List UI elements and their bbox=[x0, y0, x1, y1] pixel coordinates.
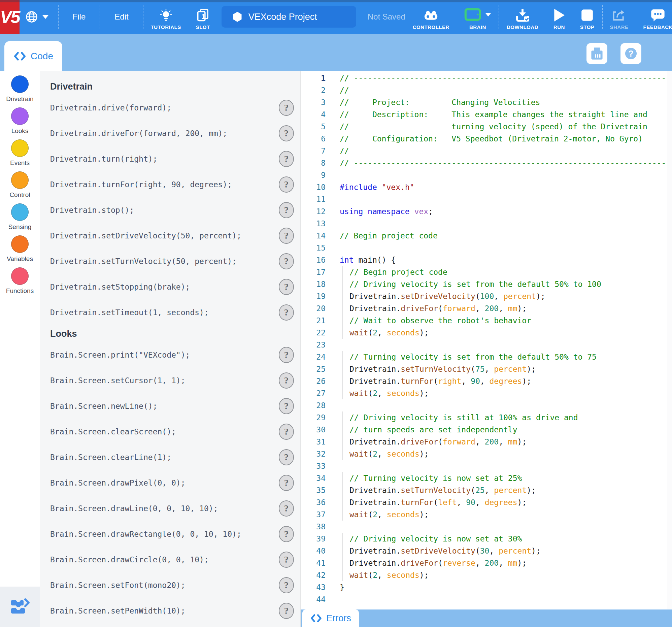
language-menu[interactable] bbox=[20, 0, 58, 34]
help-button[interactable]: ? bbox=[279, 100, 294, 116]
code-token: seconds bbox=[387, 450, 419, 458]
command-row[interactable]: Brain.Screen.print("VEXcode");? bbox=[40, 342, 300, 368]
help-button[interactable]: ? bbox=[279, 398, 294, 414]
brain-button[interactable]: BRAIN bbox=[457, 0, 499, 34]
sidebar-item-control[interactable]: Control bbox=[0, 171, 40, 199]
sidebar-item-events[interactable]: Events bbox=[0, 139, 40, 167]
events-category-icon bbox=[11, 139, 29, 157]
code-token: Drivetrain. bbox=[350, 547, 401, 555]
command-row[interactable]: Brain.Screen.setCursor(1, 1);? bbox=[40, 368, 300, 393]
help-button[interactable]: ? bbox=[279, 151, 294, 167]
command-row[interactable]: Drivetrain.driveFor(forward, 200, mm);? bbox=[40, 121, 300, 146]
command-row[interactable]: Brain.Screen.drawCircle(0, 0, 10);? bbox=[40, 547, 300, 573]
code-line: 42wait(2, seconds); bbox=[301, 569, 667, 581]
command-snippet: Drivetrain.turnFor(right, 90, degrees); bbox=[50, 180, 232, 189]
download-button[interactable]: DOWNLOAD bbox=[499, 0, 546, 34]
share-button[interactable]: SHARE bbox=[603, 0, 636, 34]
tutorials-button[interactable]: TUTORIALS bbox=[143, 0, 189, 34]
command-list-panel[interactable]: DrivetrainDrivetrain.drive(forward);?Dri… bbox=[40, 71, 301, 627]
help-button[interactable]: ? bbox=[279, 603, 294, 619]
command-row[interactable]: Brain.Screen.drawLine(0, 0, 10, 10);? bbox=[40, 496, 300, 521]
code-line-content: wait(2, seconds); bbox=[340, 327, 429, 339]
menu-edit[interactable]: Edit bbox=[100, 0, 142, 34]
code-token: ); bbox=[419, 571, 429, 580]
code-token: , bbox=[480, 377, 489, 386]
control-category-icon bbox=[11, 171, 29, 189]
command-snippet: Brain.Screen.setPenWidth(10); bbox=[50, 606, 186, 615]
code-line: 6// Configuration: V5 Speedbot (Drivetra… bbox=[301, 133, 667, 145]
help-button[interactable]: ? bbox=[279, 475, 294, 491]
code-token: setTurnVelocity bbox=[401, 486, 471, 495]
menu-file[interactable]: File bbox=[58, 0, 100, 34]
command-row[interactable]: Drivetrain.setStopping(brake);? bbox=[40, 274, 300, 300]
code-line: 36Drivetrain.turnFor(left, 90, degrees); bbox=[301, 496, 667, 508]
project-name: VEXcode Project bbox=[248, 12, 317, 22]
command-row[interactable]: Drivetrain.drive(forward);? bbox=[40, 95, 300, 121]
help-button[interactable]: ? bbox=[279, 526, 294, 542]
code-token: ); bbox=[518, 304, 527, 313]
command-row[interactable]: Brain.Screen.setPenWidth(10);? bbox=[40, 598, 300, 624]
sidebar-item-functions[interactable]: Functions bbox=[0, 267, 40, 295]
variables-category-icon bbox=[11, 235, 29, 253]
command-row[interactable]: Brain.Screen.setFont(mono20);? bbox=[40, 573, 300, 598]
stop-button[interactable]: STOP bbox=[573, 0, 602, 34]
project-name-button[interactable]: VEXcode Project bbox=[221, 6, 356, 28]
command-row[interactable]: Brain.Screen.newLine();? bbox=[40, 393, 300, 419]
command-row[interactable]: Drivetrain.setTurnVelocity(50, percent);… bbox=[40, 248, 300, 274]
code-token: // Configuration: V5 Speedbot (Drivetrai… bbox=[340, 135, 643, 143]
help-button[interactable]: ? bbox=[279, 202, 294, 218]
command-row[interactable]: Drivetrain.turn(right);? bbox=[40, 146, 300, 172]
code-token: 75 bbox=[475, 365, 485, 373]
help-button[interactable]: ? bbox=[279, 176, 294, 193]
line-number: 40 bbox=[301, 545, 326, 557]
sidebar-item-drivetrain[interactable]: Drivetrain bbox=[0, 75, 40, 103]
top-toolbar: V5 File Edit bbox=[0, 0, 672, 34]
tab-errors[interactable]: Errors bbox=[302, 609, 359, 627]
feedback-button[interactable]: FEEDBACK bbox=[636, 0, 672, 34]
code-token: , bbox=[475, 304, 485, 313]
command-row[interactable]: Brain.Screen.clearScreen();? bbox=[40, 419, 300, 444]
command-row[interactable]: Drivetrain.stop();? bbox=[40, 197, 300, 223]
blocks-text-toggle-button[interactable] bbox=[0, 586, 40, 627]
command-row[interactable]: Brain.Screen.drawPixel(0, 0);? bbox=[40, 470, 300, 496]
code-token: #include bbox=[340, 183, 377, 192]
code-token: , bbox=[485, 365, 494, 373]
command-row[interactable]: Brain.Screen.clearLine(1);? bbox=[40, 444, 300, 470]
help-button[interactable]: ? bbox=[279, 227, 294, 244]
code-token: Drivetrain. bbox=[350, 486, 401, 495]
code-line-content: // bbox=[340, 145, 349, 157]
tab-code[interactable]: Code bbox=[4, 41, 62, 71]
sidebar-item-sensing[interactable]: Sensing bbox=[0, 203, 40, 231]
sidebar-item-variables[interactable]: Variables bbox=[0, 235, 40, 263]
code-token: , bbox=[461, 377, 471, 386]
code-editor[interactable]: 1// ------------------------------------… bbox=[301, 71, 672, 609]
help-button[interactable]: ? bbox=[279, 125, 294, 141]
help-button[interactable]: ? bbox=[279, 279, 294, 295]
code-token: int bbox=[340, 256, 354, 264]
code-token: // bbox=[340, 86, 349, 95]
help-button[interactable]: ? bbox=[279, 500, 294, 516]
help-button[interactable]: ? bbox=[279, 424, 294, 440]
help-button[interactable]: ? bbox=[279, 372, 294, 389]
code-token: , bbox=[475, 498, 485, 507]
run-button[interactable]: RUN bbox=[546, 0, 573, 34]
command-row[interactable]: Drivetrain.setDriveVelocity(50, percent)… bbox=[40, 223, 300, 248]
help-button[interactable]: ? bbox=[279, 253, 294, 269]
slot-button[interactable]: 1 SLOT bbox=[189, 0, 217, 34]
command-row[interactable]: Drivetrain.turnFor(right, 90, degrees);? bbox=[40, 172, 300, 197]
help-button-top[interactable]: ? bbox=[621, 43, 641, 64]
sidebar-item-looks[interactable]: Looks bbox=[0, 107, 40, 135]
command-row[interactable]: Brain.Screen.drawRectangle(0, 0, 10, 10)… bbox=[40, 521, 300, 547]
line-number: 33 bbox=[301, 460, 326, 472]
command-row[interactable]: Drivetrain.setTimeout(1, seconds);? bbox=[40, 300, 300, 325]
print-button[interactable] bbox=[586, 43, 607, 64]
errors-brackets-icon bbox=[310, 614, 322, 622]
help-button[interactable]: ? bbox=[279, 305, 294, 320]
code-line-content: // bbox=[340, 84, 349, 96]
help-button[interactable]: ? bbox=[279, 552, 294, 568]
help-button[interactable]: ? bbox=[279, 577, 294, 593]
controller-button[interactable]: CONTROLLER bbox=[405, 0, 457, 34]
help-button[interactable]: ? bbox=[279, 347, 294, 363]
help-button[interactable]: ? bbox=[279, 449, 294, 465]
run-label: RUN bbox=[553, 24, 565, 30]
